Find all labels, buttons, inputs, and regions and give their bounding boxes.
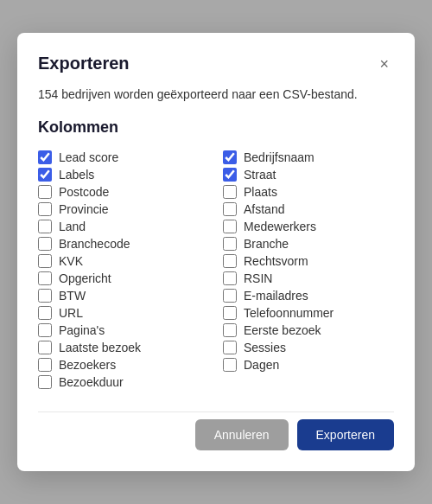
checkbox-item-postcode[interactable]: Postcode [38, 183, 209, 201]
checkbox-label-postcode: Postcode [59, 185, 109, 199]
modal-overlay: Exporteren × 154 bedrijven worden geëxpo… [0, 0, 432, 504]
checkbox-label-branchecode: Branchecode [59, 237, 130, 251]
checkbox-item-bezoekduur[interactable]: Bezoekduur [38, 373, 209, 391]
columns-right: BedrijfsnaamStraatPlaatsAfstandMedewerke… [223, 149, 394, 391]
checkbox-label-plaats: Plaats [244, 185, 277, 199]
checkbox-item-branchecode[interactable]: Branchecode [38, 235, 209, 252]
checkbox-item-url[interactable]: URL [38, 304, 209, 322]
checkbox-label-land: Land [59, 220, 86, 233]
checkbox-item-btw[interactable]: BTW [38, 287, 209, 304]
checkbox-branchecode[interactable] [38, 237, 52, 251]
checkbox-item-opgericht[interactable]: Opgericht [38, 270, 209, 287]
checkbox-label-rechtsvorm: Rechtsvorm [244, 254, 308, 268]
checkbox-lead_score[interactable] [38, 150, 52, 164]
checkbox-item-labels[interactable]: Labels [38, 166, 209, 183]
checkbox-plaats[interactable] [223, 185, 237, 199]
description-text: 154 bedrijven worden geëxporteerd naar e… [38, 87, 394, 101]
checkbox-label-bedrijfsnaam: Bedrijfsnaam [244, 150, 314, 164]
checkbox-label-sessies: Sessies [244, 341, 286, 354]
checkbox-label-provincie: Provincie [59, 202, 109, 216]
checkbox-emailadres[interactable] [223, 289, 237, 303]
modal-title: Exporteren [38, 54, 130, 73]
checkbox-label-paginas: Pagina's [59, 323, 105, 337]
checkbox-label-btw: BTW [59, 289, 86, 303]
checkbox-label-medewerkers: Medewerkers [244, 220, 316, 233]
close-button[interactable]: × [374, 54, 394, 73]
checkbox-item-rsin[interactable]: RSIN [223, 270, 394, 287]
columns-left: Lead scoreLabelsPostcodeProvincieLandBra… [38, 149, 209, 391]
checkbox-label-rsin: RSIN [244, 271, 272, 285]
columns-grid: Lead scoreLabelsPostcodeProvincieLandBra… [38, 149, 394, 391]
checkbox-bezoekers[interactable] [38, 358, 52, 372]
section-title: Kolommen [38, 118, 394, 137]
checkbox-label-lead_score: Lead score [59, 150, 118, 164]
export-modal: Exporteren × 154 bedrijven worden geëxpo… [17, 33, 415, 471]
checkbox-item-plaats[interactable]: Plaats [223, 183, 394, 201]
checkbox-item-afstand[interactable]: Afstand [223, 201, 394, 218]
checkbox-postcode[interactable] [38, 185, 52, 199]
checkbox-item-provincie[interactable]: Provincie [38, 201, 209, 218]
checkbox-opgericht[interactable] [38, 271, 52, 285]
checkbox-label-url: URL [59, 306, 83, 320]
checkbox-bedrijfsnaam[interactable] [223, 150, 237, 164]
checkbox-land[interactable] [38, 220, 52, 233]
checkbox-straat[interactable] [223, 168, 237, 182]
checkbox-label-laatste_bezoek: Laatste bezoek [59, 341, 141, 354]
checkbox-labels[interactable] [38, 168, 52, 182]
checkbox-bezoekduur[interactable] [38, 375, 52, 389]
checkbox-branche[interactable] [223, 237, 237, 251]
checkbox-rechtsvorm[interactable] [223, 254, 237, 268]
checkbox-label-dagen: Dagen [244, 358, 279, 372]
checkbox-item-sessies[interactable]: Sessies [223, 339, 394, 356]
checkbox-label-eerste_bezoek: Eerste bezoek [244, 323, 321, 337]
checkbox-medewerkers[interactable] [223, 220, 237, 233]
checkbox-btw[interactable] [38, 289, 52, 303]
checkbox-item-medewerkers[interactable]: Medewerkers [223, 218, 394, 235]
checkbox-label-emailadres: E-mailadres [244, 289, 308, 303]
checkbox-label-afstand: Afstand [244, 202, 284, 216]
checkbox-item-dagen[interactable]: Dagen [223, 356, 394, 373]
checkbox-url[interactable] [38, 306, 52, 320]
checkbox-item-lead_score[interactable]: Lead score [38, 149, 209, 166]
export-button[interactable]: Exporteren [297, 419, 394, 450]
checkbox-label-telefoonnummer: Telefoonnummer [244, 306, 334, 320]
checkbox-label-bezoekduur: Bezoekduur [59, 375, 124, 389]
checkbox-rsin[interactable] [223, 271, 237, 285]
checkbox-eerste_bezoek[interactable] [223, 323, 237, 337]
checkbox-label-opgericht: Opgericht [59, 271, 111, 285]
checkbox-item-branche[interactable]: Branche [223, 235, 394, 252]
checkbox-item-eerste_bezoek[interactable]: Eerste bezoek [223, 322, 394, 339]
checkbox-label-labels: Labels [59, 168, 94, 182]
checkbox-paginas[interactable] [38, 323, 52, 337]
checkbox-item-laatste_bezoek[interactable]: Laatste bezoek [38, 339, 209, 356]
checkbox-item-bedrijfsnaam[interactable]: Bedrijfsnaam [223, 149, 394, 166]
checkbox-telefoonnummer[interactable] [223, 306, 237, 320]
checkbox-item-land[interactable]: Land [38, 218, 209, 235]
checkbox-laatste_bezoek[interactable] [38, 341, 52, 354]
checkbox-label-branche: Branche [244, 237, 289, 251]
modal-footer: Annuleren Exporteren [38, 411, 394, 450]
cancel-button[interactable]: Annuleren [195, 419, 289, 450]
checkbox-item-straat[interactable]: Straat [223, 166, 394, 183]
checkbox-item-bezoekers[interactable]: Bezoekers [38, 356, 209, 373]
checkbox-afstand[interactable] [223, 202, 237, 216]
checkbox-label-straat: Straat [244, 168, 276, 182]
checkbox-label-kvk: KVK [59, 254, 83, 268]
checkbox-item-kvk[interactable]: KVK [38, 252, 209, 270]
checkbox-item-emailadres[interactable]: E-mailadres [223, 287, 394, 304]
checkbox-item-telefoonnummer[interactable]: Telefoonnummer [223, 304, 394, 322]
checkbox-sessies[interactable] [223, 341, 237, 354]
checkbox-label-bezoekers: Bezoekers [59, 358, 116, 372]
checkbox-provincie[interactable] [38, 202, 52, 216]
checkbox-dagen[interactable] [223, 358, 237, 372]
checkbox-item-rechtsvorm[interactable]: Rechtsvorm [223, 252, 394, 270]
checkbox-item-paginas[interactable]: Pagina's [38, 322, 209, 339]
modal-header: Exporteren × [38, 54, 394, 73]
checkbox-kvk[interactable] [38, 254, 52, 268]
